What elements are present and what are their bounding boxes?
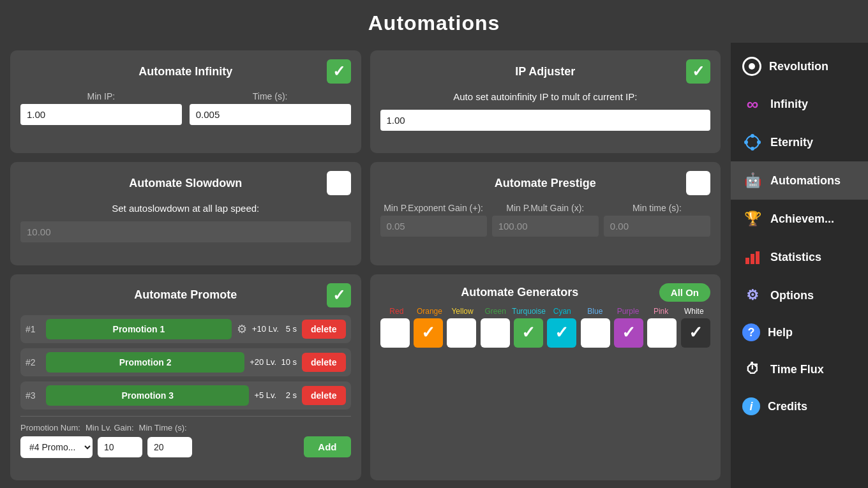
add-button[interactable]: Add xyxy=(304,436,350,457)
color-label-cyan: Cyan xyxy=(546,307,579,316)
sidebar-item-credits[interactable]: i Credits xyxy=(731,388,868,424)
sidebar-label-infinity: Infinity xyxy=(770,98,808,111)
panel-ip-adjuster: IP Adjuster ✓ Auto set autoinfinity IP t… xyxy=(370,50,721,153)
sidebar-item-revolution[interactable]: Revolution xyxy=(731,48,868,85)
svg-point-2 xyxy=(751,147,754,151)
min-lv-gain-input[interactable] xyxy=(98,437,142,457)
all-on-button[interactable]: All On xyxy=(659,283,710,302)
min-time-input[interactable] xyxy=(147,437,192,457)
promote-name-3[interactable]: Promotion 3 xyxy=(46,385,249,406)
gen-checkbox-cyan[interactable]: ✓ xyxy=(547,318,576,348)
time-label: Time (s): xyxy=(190,91,351,101)
gen-checkbox-blue[interactable] xyxy=(581,318,610,348)
sidebar-label-help: Help xyxy=(768,326,793,339)
svg-rect-7 xyxy=(756,251,760,264)
footer-min-lv-label: Min Lv. Gain: xyxy=(86,423,134,433)
panel-automate-infinity: Automate Infinity ✓ Min IP: Time (s): xyxy=(10,50,361,153)
sidebar-item-timeflux[interactable]: ⏱ Time Flux xyxy=(731,350,868,388)
min-pexp-input[interactable] xyxy=(380,216,487,237)
sidebar-item-options[interactable]: ⚙ Options xyxy=(731,276,868,314)
color-label-orange: Orange xyxy=(413,307,446,316)
sidebar-item-automations[interactable]: 🤖 Automations xyxy=(731,161,868,200)
panel-automate-slowdown: Automate Slowdown Set autoslowdown at al… xyxy=(10,162,361,265)
color-label-red: Red xyxy=(380,307,414,316)
footer-num-label: Promotion Num: xyxy=(20,423,80,433)
sidebar-label-eternity: Eternity xyxy=(770,136,813,149)
promote-num-1: #1 xyxy=(26,324,41,334)
color-label-pink: Pink xyxy=(645,307,678,316)
automate-infinity-toggle[interactable]: ✓ xyxy=(327,59,351,84)
automate-slowdown-input[interactable] xyxy=(20,221,351,242)
automate-slowdown-toggle[interactable] xyxy=(327,171,351,195)
gen-checkbox-turquoise[interactable]: ✓ xyxy=(514,318,543,348)
gen-checkbox-orange[interactable]: ✓ xyxy=(414,318,443,348)
promote-delete-2[interactable]: delete xyxy=(302,353,345,372)
gen-checkbox-white[interactable]: ✓ xyxy=(681,318,710,348)
sidebar-label-timeflux: Time Flux xyxy=(770,363,824,376)
gen-checkmark-turquoise: ✓ xyxy=(521,323,535,343)
min-time-prestige-input[interactable] xyxy=(604,216,710,237)
ip-adjuster-toggle[interactable]: ✓ xyxy=(686,59,710,84)
time-input[interactable] xyxy=(190,104,351,125)
color-label-green: Green xyxy=(479,307,512,316)
color-label-yellow: Yellow xyxy=(446,307,479,316)
sidebar-item-infinity[interactable]: ∞ Infinity xyxy=(731,85,868,123)
sidebar-item-eternity[interactable]: Eternity xyxy=(731,123,868,161)
sidebar-label-statistics: Statistics xyxy=(770,251,821,264)
promote-num-select[interactable]: #4 Promo... xyxy=(20,436,93,458)
gen-checkboxes-row: ✓ ✓ ✓ ✓ ✓ xyxy=(380,318,711,348)
ip-adjuster-desc: Auto set autoinfinity IP to mult of curr… xyxy=(380,91,711,102)
checkmark-icon: ✓ xyxy=(333,63,345,80)
color-labels-row: Red Orange Yellow Green Turquoise Cyan B… xyxy=(380,307,711,316)
automate-prestige-title: Automate Prestige xyxy=(405,177,687,190)
checkmark-icon: ✓ xyxy=(692,63,705,80)
timeflux-icon: ⏱ xyxy=(742,359,763,380)
min-ip-input[interactable] xyxy=(20,104,182,125)
gen-checkmark-white: ✓ xyxy=(689,323,703,343)
automations-icon: 🤖 xyxy=(742,170,763,191)
automate-promote-toggle[interactable]: ✓ xyxy=(327,283,351,307)
gen-checkbox-red[interactable] xyxy=(380,318,410,348)
automate-prestige-toggle[interactable] xyxy=(686,171,710,195)
content-area: Automate Infinity ✓ Min IP: Time (s): xyxy=(0,43,731,488)
gen-checkbox-yellow[interactable] xyxy=(447,318,476,348)
infinity-icon: ∞ xyxy=(742,94,763,114)
sidebar-item-statistics[interactable]: Statistics xyxy=(731,238,868,276)
gen-checkbox-green[interactable] xyxy=(481,318,510,348)
options-icon: ⚙ xyxy=(742,285,763,306)
color-label-blue: Blue xyxy=(579,307,612,316)
promote-gear-icon-1[interactable]: ⚙ xyxy=(237,322,247,336)
sidebar-item-help[interactable]: ? Help xyxy=(731,314,868,350)
sidebar-label-revolution: Revolution xyxy=(769,60,828,73)
promote-row-1: #1 Promotion 1 ⚙ +10 Lv. 5 s delete xyxy=(20,315,351,343)
min-pexp-label: Min P.Exponent Gain (+): xyxy=(380,203,487,213)
gen-checkbox-purple[interactable]: ✓ xyxy=(614,318,643,348)
svg-rect-5 xyxy=(745,258,749,264)
revolution-icon xyxy=(742,57,761,76)
promote-name-2[interactable]: Promotion 2 xyxy=(46,352,244,373)
page-title: Automations xyxy=(0,0,868,43)
promote-delete-3[interactable]: delete xyxy=(302,386,345,405)
sidebar-label-credits: Credits xyxy=(768,400,807,413)
min-pmult-label: Min P.Mult Gain (x): xyxy=(492,203,599,213)
statistics-icon xyxy=(742,247,763,267)
promote-row-3: #3 Promotion 3 +5 Lv. 2 s delete xyxy=(20,381,351,410)
checkmark-icon: ✓ xyxy=(333,286,345,304)
gen-checkbox-pink[interactable] xyxy=(647,318,677,348)
panel-automate-promote: Automate Promote ✓ #1 Promotion 1 ⚙ +10 … xyxy=(10,274,361,480)
promote-footer: Promotion Num: Min Lv. Gain: Min Time (s… xyxy=(20,416,351,458)
sidebar-label-options: Options xyxy=(770,289,814,302)
color-label-white: White xyxy=(677,307,710,316)
promote-row-2: #2 Promotion 2 +20 Lv. 10 s delete xyxy=(20,348,351,376)
ip-adjuster-input[interactable] xyxy=(380,110,711,131)
svg-point-3 xyxy=(744,140,748,144)
ip-adjuster-title: IP Adjuster xyxy=(405,65,687,78)
min-pmult-input[interactable] xyxy=(492,216,599,237)
min-time-prestige-label: Min time (s): xyxy=(604,203,710,213)
achievements-icon: 🏆 xyxy=(742,209,763,229)
svg-point-4 xyxy=(757,140,761,144)
sidebar-label-automations: Automations xyxy=(770,174,841,188)
sidebar-item-achievements[interactable]: 🏆 Achievem... xyxy=(731,200,868,238)
promote-delete-1[interactable]: delete xyxy=(302,320,345,339)
promote-name-1[interactable]: Promotion 1 xyxy=(46,319,232,339)
